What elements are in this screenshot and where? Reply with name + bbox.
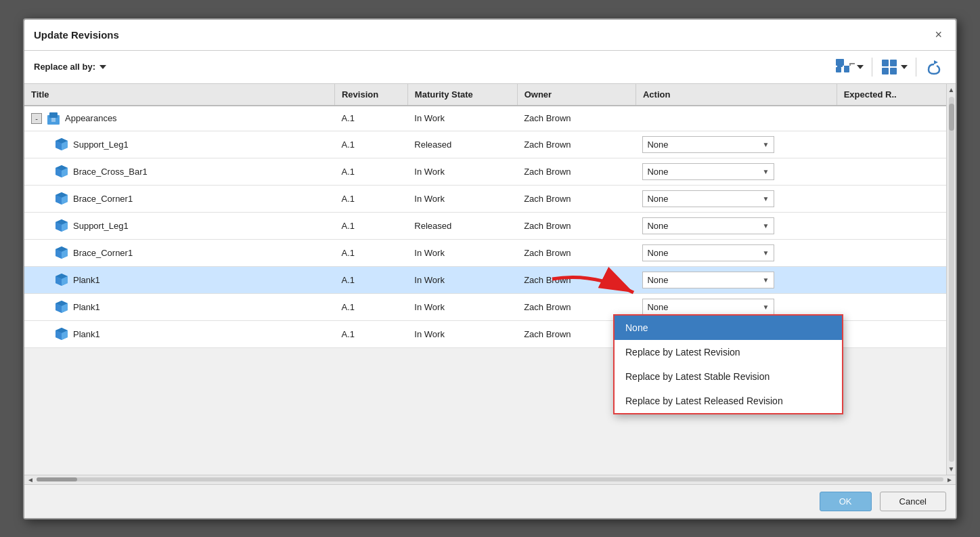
table-row[interactable]: - AppearancesA.1In WorkZach Brown [24,106,946,131]
cell-expected [837,293,946,320]
dialog-footer: OK Cancel [24,484,956,518]
cell-maturity: In Work [407,239,517,266]
part-icon [54,272,69,287]
table-scroll-area[interactable]: Title Revision Maturity State Owner Acti… [24,84,956,348]
cell-owner: Zach Brown [517,266,636,293]
cell-maturity: Released [407,131,517,158]
action-select-wrapper[interactable]: NoneReplace by Latest RevisionReplace by… [642,163,774,180]
action-select-wrapper[interactable]: NoneReplace by Latest RevisionReplace by… [642,299,774,316]
ok-button[interactable]: OK [820,492,872,511]
horizontal-scrollbar[interactable]: ◄ ► [24,475,956,484]
cell-expected [837,106,946,131]
part-icon [54,191,69,206]
cell-action: NoneReplace by Latest RevisionReplace by… [636,212,837,239]
svg-rect-7 [882,60,889,66]
dialog-title: Update Revisions [34,29,119,41]
action-select-wrapper[interactable]: NoneReplace by Latest RevisionReplace by… [642,272,774,288]
cell-expected [837,239,946,266]
close-button[interactable]: × [931,26,946,43]
item-title-text: Brace_Cross_Bar1 [73,167,148,177]
structure-view-button[interactable] [832,56,866,79]
toolbar-right [832,55,946,79]
action-select[interactable]: NoneReplace by Latest RevisionReplace by… [642,136,774,153]
cell-title: Plank1 [24,320,334,347]
cell-revision: A.1 [334,106,407,131]
svg-rect-1 [837,66,843,67]
cell-title: Plank1 [24,266,334,293]
svg-rect-6 [849,63,855,64]
vertical-scrollbar[interactable]: ▲ ▼ [946,84,956,475]
cell-expected [837,320,946,347]
svg-rect-0 [836,59,844,66]
action-select-wrapper[interactable]: NoneReplace by Latest RevisionReplace by… [642,190,774,207]
part-icon [54,299,69,314]
svg-rect-3 [844,66,849,67]
table-row[interactable]: Brace_Cross_Bar1A.1In WorkZach BrownNone… [24,158,946,185]
dropdown-item-latest-released[interactable]: Replace by Latest Released Revision [615,389,842,413]
cell-title: Brace_Cross_Bar1 [24,158,334,185]
cell-expected [837,158,946,185]
table-row[interactable]: Brace_Corner1A.1In WorkZach BrownNoneRep… [24,239,946,266]
scroll-down-btn[interactable]: ▼ [946,463,956,475]
structure-icon [835,58,855,76]
cell-expected [837,212,946,239]
scroll-right-btn[interactable]: ► [946,476,953,484]
table-body: - AppearancesA.1In WorkZach Brown Suppor… [24,106,946,348]
dropdown-item-latest-revision[interactable]: Replace by Latest Revision [615,340,842,364]
item-title-text: Appearances [65,113,117,123]
assembly-icon [46,111,61,126]
cell-expected [837,266,946,293]
table-row[interactable]: Support_Leg1A.1ReleasedZach BrownNoneRep… [24,131,946,158]
item-title-text: Plank1 [73,302,100,312]
cell-maturity: In Work [407,266,517,293]
svg-rect-10 [890,68,897,74]
scroll-track [949,97,954,462]
cancel-button[interactable]: Cancel [880,492,946,511]
item-title-text: Brace_Corner1 [73,194,133,204]
cell-action: NoneReplace by Latest RevisionReplace by… [636,185,837,212]
item-title-text: Support_Leg1 [73,139,129,150]
part-icon [54,137,69,152]
col-title: Title [24,84,334,106]
table-row[interactable]: Brace_Corner1A.1In WorkZach BrownNoneRep… [24,185,946,212]
cell-title: Plank1 [24,293,334,320]
action-select[interactable]: NoneReplace by Latest RevisionReplace by… [642,217,774,234]
action-select[interactable]: NoneReplace by Latest RevisionReplace by… [642,244,774,261]
action-select[interactable]: NoneReplace by Latest RevisionReplace by… [642,190,774,207]
layout-view-button[interactable] [878,56,910,79]
scroll-left-btn[interactable]: ◄ [27,476,34,484]
cell-maturity: Released [407,212,517,239]
action-select-wrapper[interactable]: NoneReplace by Latest RevisionReplace by… [642,136,774,153]
action-select[interactable]: NoneReplace by Latest RevisionReplace by… [642,272,774,288]
scroll-up-btn[interactable]: ▲ [946,84,956,95]
cell-title: Brace_Corner1 [24,239,334,266]
reset-icon [925,58,943,77]
table-row[interactable]: Support_Leg1A.1ReleasedZach BrownNoneRep… [24,212,946,239]
table-wrapper: Title Revision Maturity State Owner Acti… [24,84,956,475]
action-select-wrapper[interactable]: NoneReplace by Latest RevisionReplace by… [642,244,774,261]
action-select-wrapper[interactable]: NoneReplace by Latest RevisionReplace by… [642,217,774,234]
cell-title: Brace_Corner1 [24,185,334,212]
h-scroll-track [37,477,943,481]
item-title-text: Plank1 [73,329,100,339]
action-select[interactable]: NoneReplace by Latest RevisionReplace by… [642,299,774,316]
cell-owner: Zach Brown [517,158,636,185]
dropdown-item-none[interactable]: None [615,316,842,340]
replace-all-by-label: Replace all by: [34,62,106,72]
action-dropdown-menu: None Replace by Latest Revision Replace … [613,314,843,414]
dropdown-item-latest-stable[interactable]: Replace by Latest Stable Revision [615,364,842,389]
cell-owner: Zach Brown [517,185,636,212]
reset-button[interactable] [922,55,946,79]
replace-all-by-dropdown[interactable] [99,65,106,69]
action-select[interactable]: NoneReplace by Latest RevisionReplace by… [642,163,774,180]
part-icon [54,218,69,233]
cell-owner: Zach Brown [517,212,636,239]
svg-rect-13 [51,118,55,122]
scroll-thumb[interactable] [949,104,954,131]
h-scroll-thumb[interactable] [37,477,77,481]
table-row[interactable]: Plank1A.1In WorkZach BrownNoneReplace by… [24,266,946,293]
expand-button[interactable]: - [31,113,42,124]
svg-rect-12 [49,112,58,118]
layout-view-arrow [901,65,908,69]
cell-revision: A.1 [334,185,407,212]
